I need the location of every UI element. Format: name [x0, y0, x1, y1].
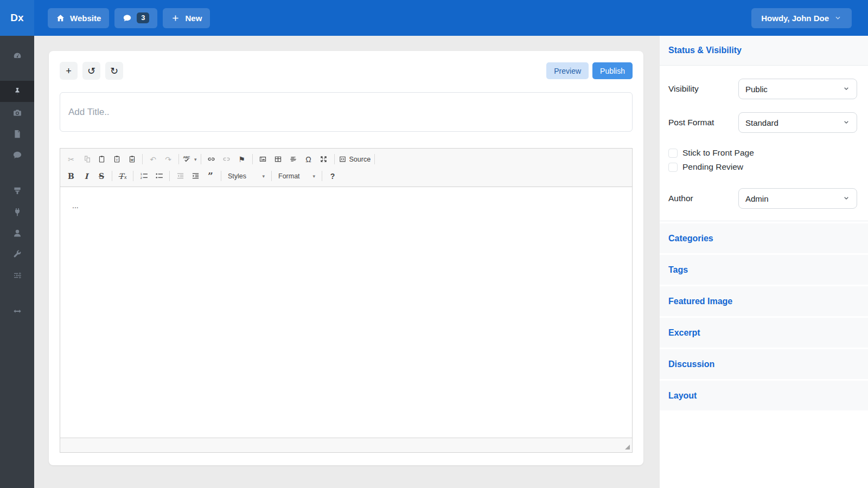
toolbar-separator: [112, 171, 112, 181]
toolbar-numbered-list-button[interactable]: 12: [136, 169, 151, 183]
section-featured-image[interactable]: Featured Image: [660, 286, 868, 316]
format-combo-label: Format: [278, 172, 300, 180]
add-block-button[interactable]: +: [60, 62, 78, 80]
toolbar-styles-combo[interactable]: Styles▾: [224, 169, 269, 183]
maximize-icon: [320, 155, 328, 163]
sidebar-item-plugins[interactable]: [0, 201, 34, 222]
toolbar-paste-text-button[interactable]: T: [109, 152, 124, 166]
post-format-select[interactable]: Standard: [738, 112, 857, 133]
sidebar-item-media[interactable]: [0, 102, 34, 123]
toolbar-blockquote-button[interactable]: ”: [203, 169, 218, 183]
toolbar-paste-button[interactable]: [94, 152, 109, 166]
author-select[interactable]: Admin: [738, 188, 857, 209]
toolbar-copy-button[interactable]: [79, 152, 94, 166]
rich-text-editor: ✂TW↶↷ABC▾⚑ΩSource BISTx12”Styles▾Format▾…: [60, 148, 633, 453]
chevron-down-icon: [843, 85, 850, 93]
toolbar-paste-word-button[interactable]: W: [124, 152, 139, 166]
svg-text:W: W: [130, 158, 133, 162]
section-excerpt[interactable]: Excerpt: [660, 318, 868, 348]
sidebar-item-settings[interactable]: [0, 265, 34, 286]
section-categories-title: Categories: [668, 234, 713, 243]
toolbar-strike-button[interactable]: S: [94, 169, 109, 183]
toolbar-link-button[interactable]: [204, 152, 219, 166]
website-button[interactable]: Website: [48, 8, 109, 28]
chevron-down-icon: [843, 195, 850, 202]
editor-bottom-bar: [60, 438, 632, 452]
stick-to-front-page-checkbox[interactable]: [668, 149, 678, 158]
section-discussion[interactable]: Discussion: [660, 349, 868, 379]
section-layout-title: Layout: [668, 391, 697, 401]
toolbar-cut-button[interactable]: ✂: [63, 152, 79, 166]
publish-button[interactable]: Publish: [592, 62, 633, 79]
section-status-visibility[interactable]: Status & Visibility: [660, 36, 868, 66]
pending-review-checkbox[interactable]: [668, 163, 678, 172]
toolbar-outdent-button[interactable]: [173, 169, 188, 183]
section-tags-title: Tags: [668, 265, 688, 275]
toolbar-special-char-button[interactable]: Ω: [301, 152, 316, 166]
toolbar-format-combo[interactable]: Format▾: [275, 169, 319, 183]
section-categories[interactable]: Categories: [660, 223, 868, 253]
new-button[interactable]: New: [163, 8, 210, 28]
new-button-label: New: [185, 14, 202, 23]
svg-text:T: T: [116, 158, 118, 162]
remove-format-icon: Tx: [119, 172, 127, 180]
styles-combo-label: Styles: [228, 172, 246, 180]
section-layout[interactable]: Layout: [660, 381, 868, 410]
section-tags[interactable]: Tags: [660, 255, 868, 285]
comment-icon: [123, 14, 132, 23]
unlink-icon: [222, 155, 231, 163]
toolbar-italic-button[interactable]: I: [79, 169, 94, 183]
home-icon: [56, 14, 65, 23]
toolbar-separator: [133, 171, 133, 181]
toolbar-undo-button[interactable]: ↶: [145, 152, 161, 166]
sidebar-item-dashboard[interactable]: [0, 45, 34, 66]
toolbar-separator: [271, 171, 272, 181]
preview-button[interactable]: Preview: [546, 62, 589, 79]
sidebar-item-appearance[interactable]: [0, 180, 34, 201]
toolbar-maximize-button[interactable]: [316, 152, 331, 166]
sidebar-item-collapse-menu[interactable]: [0, 300, 34, 322]
toolbar-bulleted-list-button[interactable]: [151, 169, 167, 183]
toolbar-separator: [374, 154, 375, 164]
toolbar-indent-button[interactable]: [188, 169, 203, 183]
paste-word-icon: W: [128, 155, 136, 163]
toolbar-separator: [221, 171, 221, 181]
redo-button[interactable]: ↻: [105, 62, 123, 80]
sidebar-item-posts[interactable]: [0, 81, 34, 102]
toolbar-about-button[interactable]: ?: [325, 169, 340, 183]
chevron-down-icon: [834, 14, 842, 22]
toolbar-bold-button[interactable]: B: [63, 169, 79, 183]
sidebar-item-tools[interactable]: [0, 243, 34, 265]
toolbar-anchor-button[interactable]: ⚑: [234, 152, 250, 166]
italic-icon: I: [85, 172, 88, 180]
sidebar-item-pages[interactable]: [0, 123, 34, 144]
wrench-icon: [12, 249, 22, 259]
toolbar-unlink-button[interactable]: [219, 152, 234, 166]
user-menu-button[interactable]: Howdy, John Doe: [751, 8, 852, 28]
stick-to-front-page-label[interactable]: Stick to Front Page: [682, 148, 754, 158]
editor-content-area[interactable]: ...: [60, 187, 632, 438]
resize-handle[interactable]: [625, 445, 630, 450]
pending-review-label[interactable]: Pending Review: [682, 162, 743, 172]
toolbar-remove-format-button[interactable]: Tx: [115, 169, 130, 183]
editor-toolbar: ✂TW↶↷ABC▾⚑ΩSource BISTx12”Styles▾Format▾…: [60, 149, 632, 187]
copy-icon: [82, 155, 91, 163]
app-logo[interactable]: Dx: [0, 0, 34, 36]
toolbar-table-button[interactable]: [271, 152, 286, 166]
messages-button[interactable]: 3: [114, 8, 157, 28]
post-title-input[interactable]: [60, 92, 633, 132]
main-content: + ↺ ↻ Preview Publish ✂TW↶↷ABC▾⚑ΩSource …: [34, 36, 660, 488]
visibility-select[interactable]: Public: [738, 79, 857, 99]
sidebar-item-comments[interactable]: [0, 144, 34, 165]
comment-icon: [12, 150, 22, 160]
toolbar-horizontal-line-button[interactable]: [286, 152, 301, 166]
toolbar-spell-check-button[interactable]: ABC▾: [182, 152, 198, 166]
toolbar-redo-button[interactable]: ↷: [161, 152, 176, 166]
chevron-down-icon: ▾: [312, 174, 315, 179]
post-format-label: Post Format: [668, 118, 714, 127]
undo-button[interactable]: ↺: [82, 62, 100, 80]
sidebar-item-users[interactable]: [0, 222, 34, 243]
toolbar-image-button[interactable]: [256, 152, 271, 166]
toolbar-source-button[interactable]: Source: [337, 152, 372, 166]
editor-card: + ↺ ↻ Preview Publish ✂TW↶↷ABC▾⚑ΩSource …: [49, 51, 643, 465]
